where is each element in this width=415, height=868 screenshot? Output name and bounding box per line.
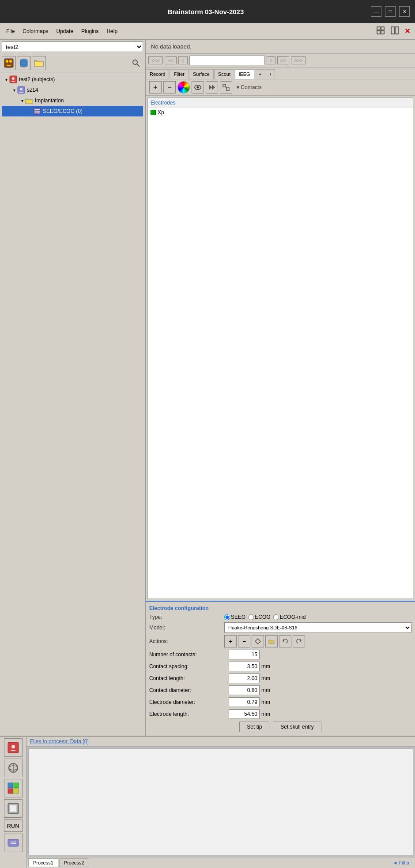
svg-rect-41 <box>8 783 13 788</box>
type-ecog-option[interactable]: ECOG <box>248 614 270 620</box>
svg-rect-30 <box>223 84 226 87</box>
brainstorm-icon-btn[interactable] <box>2 56 16 70</box>
tab-ieeg[interactable]: iEEG <box>235 69 254 79</box>
tab-backslash[interactable]: \ <box>266 69 275 79</box>
eeg-add-btn[interactable]: + <box>149 81 162 94</box>
bottom-icon-3[interactable] <box>4 779 23 797</box>
process-tab-2[interactable]: Process2 <box>59 858 89 867</box>
fast-forward-btn[interactable] <box>206 81 218 94</box>
run-btn[interactable]: RUN <box>4 819 23 832</box>
nav-right-btn[interactable]: > <box>267 56 275 64</box>
menu-update[interactable]: Update <box>53 26 77 36</box>
config-fields: Number of contacts: Contact spacing: mm … <box>149 650 411 719</box>
layout-icon-2[interactable] <box>388 25 401 37</box>
nav-prev-btn[interactable]: << <box>165 56 177 64</box>
nav-bar: <<< << < > >> >>> <box>146 54 415 67</box>
action-redo-btn[interactable] <box>293 635 305 647</box>
tree-subject[interactable]: ▾ sz14 <box>2 85 143 95</box>
layout-icon-1[interactable] <box>374 25 387 37</box>
svg-point-8 <box>9 60 12 63</box>
minimize-button[interactable]: — <box>371 6 381 17</box>
maximize-button[interactable]: □ <box>385 6 396 17</box>
process-tabs: Process1 Process2 ◄ Filter <box>26 857 415 868</box>
type-ecog-mid-radio[interactable] <box>273 614 279 620</box>
action-remove-btn[interactable]: − <box>238 635 250 647</box>
action-add-btn[interactable]: + <box>224 635 237 647</box>
eye-btn[interactable] <box>192 81 204 94</box>
filter-btn[interactable]: ◄ Filter <box>389 858 413 867</box>
tree-root-label: test2 (subjects) <box>19 76 55 82</box>
menu-file[interactable]: File <box>3 26 18 36</box>
folder-icon-btn[interactable] <box>32 56 46 70</box>
menu-colormaps[interactable]: Colormaps <box>19 26 52 36</box>
nav-next-next-btn[interactable]: >>> <box>291 56 306 64</box>
field-unit-3: mm <box>261 687 270 693</box>
type-ecog-radio[interactable] <box>248 614 254 620</box>
tab-scout[interactable]: Scout <box>214 69 234 79</box>
svg-marker-28 <box>209 85 212 90</box>
menu-bar: File Colormaps Update Plugins Help ✕ <box>0 23 415 40</box>
type-seeg-radio[interactable] <box>224 614 230 620</box>
field-input-4[interactable] <box>229 697 260 707</box>
model-select[interactable]: Huake-Hengsheng SDE-08-S16 <box>224 622 411 633</box>
field-input-1[interactable] <box>229 662 260 671</box>
tab-plus[interactable]: + <box>255 69 265 79</box>
nav-prev-prev-btn[interactable]: <<< <box>148 56 163 64</box>
close-button[interactable]: ✕ <box>399 6 410 17</box>
action-open-btn[interactable] <box>265 635 278 647</box>
action-diamond-btn[interactable] <box>252 635 264 647</box>
field-label-4: Electrode diameter: <box>149 699 229 705</box>
subject-select[interactable]: test2 <box>2 41 143 52</box>
nav-left-btn[interactable]: < <box>178 56 187 64</box>
electrode-color-xp <box>151 110 156 115</box>
expand-icon-implantation: ▾ <box>19 98 25 103</box>
type-ecog-mid-option[interactable]: ECOG-mid <box>273 614 306 620</box>
subject-selector-row: test2 <box>0 40 145 54</box>
search-btn[interactable] <box>129 56 143 70</box>
electrode-label-xp: Xp <box>158 109 164 116</box>
color-picker-btn[interactable] <box>177 81 190 94</box>
field-input-3[interactable] <box>229 685 260 695</box>
subject-icon <box>17 86 26 94</box>
tree-seeg-ecog[interactable]: SEEG/ECOG (0) <box>2 106 143 116</box>
tree-implantation[interactable]: ▾ Implantation <box>2 95 143 106</box>
close-layout-icon[interactable]: ✕ <box>402 26 412 37</box>
right-panel: No data loaded. <<< << < > >> >>> Record… <box>146 40 415 736</box>
process-tab-1[interactable]: Process1 <box>28 858 58 867</box>
field-label-1: Contact spacing: <box>149 663 229 670</box>
expand-btn[interactable] <box>220 81 232 94</box>
set-tip-btn[interactable]: Set tip <box>239 722 269 732</box>
tab-record[interactable]: Record <box>146 69 169 79</box>
bottom-icon-2[interactable] <box>4 759 23 777</box>
tab-filter[interactable]: Filter <box>170 69 188 79</box>
field-input-5[interactable] <box>229 709 260 719</box>
type-seeg-option[interactable]: SEEG <box>224 614 245 620</box>
bottom-icon-1[interactable] <box>4 738 23 757</box>
config-buttons-row: Set tip Set skull entry <box>149 722 411 732</box>
set-skull-btn[interactable]: Set skull entry <box>273 722 321 732</box>
action-undo-btn[interactable] <box>279 635 291 647</box>
menu-plugins[interactable]: Plugins <box>78 26 102 36</box>
process-header[interactable]: Files to process: Data [0] <box>26 737 415 747</box>
bottom-icon-4[interactable] <box>4 799 23 818</box>
eeg-remove-btn[interactable]: − <box>163 81 176 94</box>
svg-line-32 <box>226 87 226 88</box>
config-model-row: Model: Huake-Hengsheng SDE-08-S16 <box>149 622 411 633</box>
svg-rect-44 <box>14 789 19 793</box>
field-unit-1: mm <box>261 663 270 670</box>
database-icon-btn[interactable] <box>17 56 31 70</box>
svg-rect-5 <box>395 27 398 34</box>
nav-input[interactable] <box>189 56 265 65</box>
electrode-item-xp[interactable]: Xp <box>148 108 413 117</box>
field-input-2[interactable] <box>229 673 260 683</box>
bottom-icon-5[interactable] <box>4 834 23 852</box>
nav-next-btn[interactable]: >> <box>277 56 289 64</box>
svg-point-37 <box>11 745 15 748</box>
menu-help[interactable]: Help <box>103 26 121 36</box>
svg-point-24 <box>36 111 38 112</box>
tree-root[interactable]: ▾ test2 (subjects) <box>2 74 143 85</box>
field-input-0[interactable] <box>229 650 260 659</box>
tab-surface[interactable]: Surface <box>189 69 214 79</box>
config-field-row-2: Contact length: mm <box>149 673 411 683</box>
contacts-dropdown[interactable]: ▾ Contacts <box>237 84 262 90</box>
